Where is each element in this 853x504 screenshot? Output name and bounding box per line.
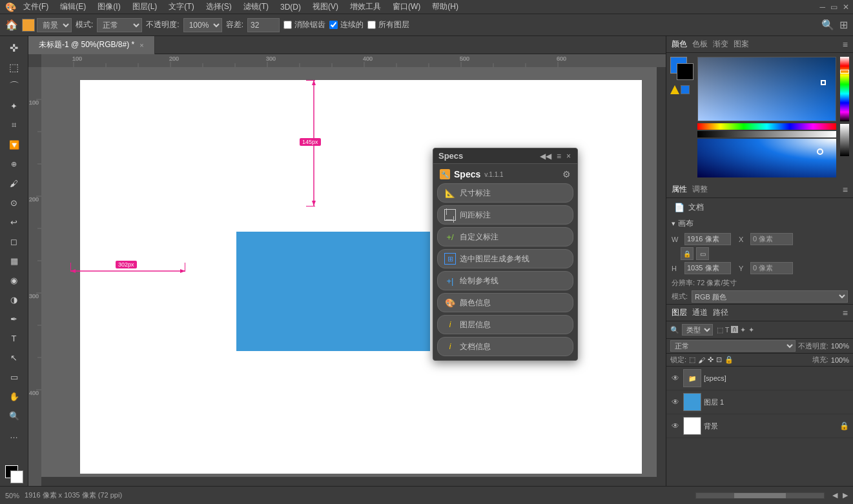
tab-paths[interactable]: 路径 <box>713 307 728 318</box>
mode-select[interactable]: 正常 <box>97 18 142 32</box>
layer-item-bg[interactable]: 👁 背景 🔒 <box>666 414 853 438</box>
canvas-scrollbar-vertical[interactable] <box>657 67 666 477</box>
menu-text[interactable]: 文字(T) <box>163 0 199 14</box>
color-spectrum-strip[interactable] <box>840 57 849 121</box>
minimize-icon[interactable]: ─ <box>819 3 825 12</box>
eye-icon-specs[interactable]: 👁 <box>670 373 681 383</box>
specs-btn-guide-layer[interactable]: ⊞ 选中图层生成参考线 <box>437 249 573 268</box>
layers-menu-icon[interactable]: ≡ <box>843 308 848 318</box>
status-scrollbar[interactable] <box>695 492 825 499</box>
move-tool[interactable]: ✜ <box>5 39 23 57</box>
specs-btn-draw-guide[interactable]: +| 绘制参考线 <box>437 271 573 290</box>
lock-artboard-icon[interactable]: ⊡ <box>716 356 722 364</box>
menu-file[interactable]: 文件(F) <box>18 0 54 14</box>
bg-color-swatch[interactable] <box>677 63 694 80</box>
saturation-slider[interactable] <box>697 131 836 137</box>
lock-transparent-icon[interactable]: ⬚ <box>689 356 695 364</box>
anti-alias-checkbox[interactable] <box>283 21 292 29</box>
color-gradient-picker[interactable] <box>697 57 836 121</box>
mode-select-dropdown[interactable]: RGB 颜色 <box>692 290 848 303</box>
specs-gear-icon[interactable]: ⚙ <box>562 169 571 179</box>
height-input[interactable] <box>684 262 731 274</box>
background-color-swatch[interactable] <box>10 470 23 483</box>
full-spectrum-area[interactable] <box>697 139 836 177</box>
shape-tool[interactable]: ▭ <box>5 368 23 386</box>
path-select-tool[interactable]: ↖ <box>5 348 23 367</box>
width-input[interactable] <box>684 233 731 245</box>
all-layers-checkbox[interactable] <box>367 21 376 29</box>
lock-move-icon[interactable]: ✜ <box>708 356 714 364</box>
specs-btn-layer-info[interactable]: i 图层信息 <box>437 315 573 334</box>
history-brush-tool[interactable]: ↩ <box>5 213 23 231</box>
dodge-tool[interactable]: ◑ <box>5 290 23 308</box>
tolerance-input[interactable] <box>247 18 280 32</box>
workspace-icon[interactable]: ⊞ <box>839 19 848 31</box>
lock-paint-icon[interactable]: 🖌 <box>698 356 705 364</box>
tab-adjustments[interactable]: 调整 <box>692 184 708 195</box>
menu-3d[interactable]: 3D(D) <box>275 1 306 13</box>
home-icon[interactable]: 🏠 <box>5 19 18 31</box>
specs-btn-spacing[interactable]: |—| 间距标注 <box>437 205 573 225</box>
tab-layers[interactable]: 图层 <box>672 307 687 318</box>
specs-btn-doc-info[interactable]: i 文档信息 <box>437 337 573 356</box>
tab-color[interactable]: 颜色 <box>672 39 687 50</box>
eyedropper-tool[interactable]: 🔽 <box>5 136 23 154</box>
clone-tool[interactable]: ⊙ <box>5 194 23 212</box>
contiguous-checkbox[interactable] <box>329 21 338 29</box>
doc-tab-active[interactable]: 未标题-1 @ 50%(RGB/8#) * × <box>28 36 155 54</box>
lock-all-icon[interactable]: 🔒 <box>725 356 734 364</box>
menu-edit[interactable]: 编辑(E) <box>55 0 91 14</box>
scroll-left-icon[interactable]: ◀ <box>832 491 838 499</box>
hue-slider[interactable] <box>697 123 836 130</box>
web-safe-swatch[interactable] <box>681 85 690 94</box>
tab-properties[interactable]: 属性 <box>672 184 687 195</box>
frame-btn-1[interactable]: 🔒 <box>681 247 694 260</box>
menu-view[interactable]: 视图(V) <box>307 0 344 14</box>
gradient-tool[interactable]: ▦ <box>5 252 23 270</box>
specs-btn-size[interactable]: 📐 尺寸标注 <box>437 183 573 203</box>
frame-btn-2[interactable]: ▭ <box>696 247 709 260</box>
menu-plugins[interactable]: 增效工具 <box>345 0 386 14</box>
close-icon[interactable]: ✕ <box>843 3 849 12</box>
layers-filter-select[interactable]: 类型 <box>682 324 713 336</box>
magic-wand-tool[interactable]: ✦ <box>5 97 23 115</box>
blur-tool[interactable]: ◉ <box>5 271 23 289</box>
specs-btn-color[interactable]: 🎨 颜色信息 <box>437 293 573 312</box>
more-tools[interactable]: … <box>5 426 23 444</box>
menu-window[interactable]: 窗口(W) <box>387 0 426 14</box>
canvas-scrollbar-horizontal[interactable] <box>41 477 666 486</box>
color-panel-menu-icon[interactable]: ≡ <box>843 39 848 50</box>
menu-select[interactable]: 选择(S) <box>201 0 237 14</box>
chevron-down-icon[interactable]: ▾ <box>672 219 675 228</box>
opacity-select[interactable]: 100% <box>183 18 222 32</box>
canvas-wrapper[interactable]: 100 200 300 400 500 <box>28 54 666 486</box>
lasso-tool[interactable]: ⌒ <box>5 77 23 96</box>
tab-channels[interactable]: 通道 <box>692 307 708 318</box>
zoom-tool[interactable]: 🔍 <box>5 407 23 425</box>
y-input[interactable] <box>750 262 793 274</box>
eye-icon-layer1[interactable]: 👁 <box>670 397 681 407</box>
specs-collapse-icon[interactable]: ◀◀ <box>539 152 553 161</box>
heal-tool[interactable]: ⊕ <box>5 155 23 173</box>
tab-pattern[interactable]: 图案 <box>734 39 749 50</box>
eraser-tool[interactable]: ◻ <box>5 232 23 250</box>
eye-icon-bg[interactable]: 👁 <box>670 421 681 431</box>
menu-help[interactable]: 帮助(H) <box>427 0 464 14</box>
x-input[interactable] <box>750 233 793 245</box>
doc-tab-close[interactable]: × <box>139 41 143 49</box>
foreground-icon[interactable] <box>22 19 35 32</box>
restore-icon[interactable]: ▭ <box>830 3 838 12</box>
scroll-right-icon[interactable]: ▶ <box>843 491 848 499</box>
crop-tool[interactable]: ⌗ <box>5 116 23 134</box>
menu-image[interactable]: 图像(I) <box>92 0 125 14</box>
tab-swatches[interactable]: 色板 <box>692 39 708 50</box>
menu-filter[interactable]: 滤镜(T) <box>238 0 274 14</box>
search-icon[interactable]: 🔍 <box>821 19 834 31</box>
text-tool[interactable]: T <box>5 329 23 347</box>
bw-strip[interactable] <box>840 124 849 156</box>
hand-tool[interactable]: ✋ <box>5 387 23 405</box>
tab-gradient[interactable]: 渐变 <box>713 39 728 50</box>
brush-tool[interactable]: 🖌 <box>5 174 23 192</box>
foreground-select[interactable]: 前景 <box>37 18 72 32</box>
specs-close-icon[interactable]: × <box>565 152 572 161</box>
